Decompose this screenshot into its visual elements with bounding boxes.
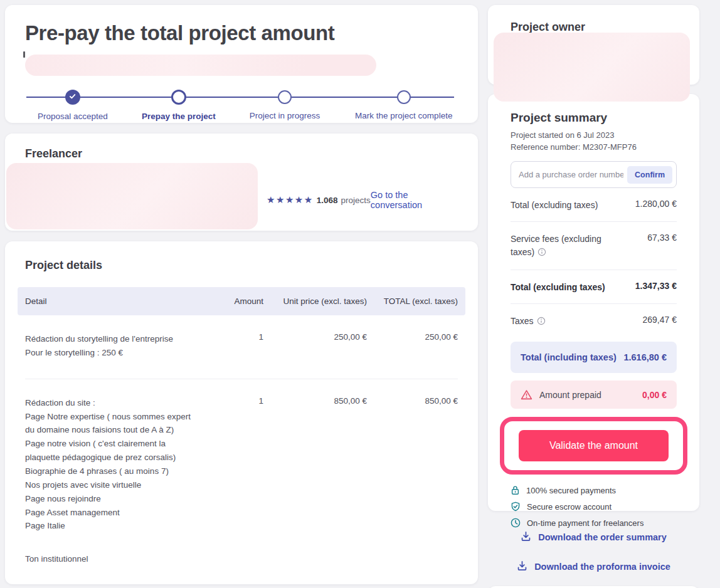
step-project-in-progress: Project in progress (225, 90, 344, 120)
redacted-owner-identity (494, 33, 690, 102)
sidebar-column: Project owner Project summary Project st… (488, 5, 699, 588)
project-summary-card: Project summary Project started on 6 Jul… (488, 94, 699, 511)
details-table-header: Detail Amount Unit price (excl. taxes) T… (18, 287, 465, 315)
purchase-order-box: Confirm (511, 161, 677, 188)
check-icon (68, 92, 77, 103)
row-detail: Rédaction du site :Page Notre expertise … (25, 396, 213, 566)
step-done-dot (65, 90, 80, 105)
step-label: Mark the project complete (344, 111, 463, 120)
summary-label: Total (excluding taxes) (511, 199, 598, 211)
highlight-annotation: Validate the amount (500, 417, 687, 475)
step-label: Project in progress (225, 111, 344, 120)
confirm-button[interactable]: Confirm (627, 166, 672, 184)
go-to-conversation-link[interactable]: Go to the conversation (371, 190, 459, 210)
step-current-dot (171, 90, 186, 105)
assurance-label: Secure escrow account (527, 502, 611, 512)
step-todo-dot (397, 90, 411, 104)
project-details-title: Project details (25, 259, 458, 272)
assurance-list: 100% secured payments Secure escrow acco… (511, 485, 677, 528)
prepaid-label: Amount prepaid (539, 390, 601, 400)
step-prepay-project: Prepay the project (119, 90, 238, 121)
download-icon (521, 531, 531, 543)
progress-stepper: Proposal accepted Prepay the project Pro… (25, 90, 458, 126)
summary-line-taxes: Taxes 269,47 € (511, 304, 677, 339)
amount-prepaid-box: Amount prepaid 0,00 € (511, 381, 677, 409)
download-icon (517, 560, 527, 573)
redacted-freelancer-identity (6, 163, 258, 229)
projects-count: 1.068 (317, 196, 338, 205)
summary-value: 1.280,00 € (635, 199, 677, 211)
lock-icon (511, 485, 520, 495)
project-owner-title: Project owner (511, 21, 677, 34)
step-proposal-accepted: Proposal accepted (13, 90, 132, 121)
assurance-label: 100% secured payments (526, 486, 616, 495)
step-label: Proposal accepted (13, 112, 132, 121)
reference-number: Reference number: M2307-MFP76 (511, 142, 677, 152)
page-title: Pre-pay the total project amount (25, 21, 458, 45)
download-link-label: Download the order summary (538, 532, 667, 542)
col-header-total: TOTAL (excl. taxes) (367, 297, 458, 306)
total-including-taxes-box: Total (including taxes) 1.616,80 € (511, 342, 677, 373)
info-icon[interactable] (537, 247, 546, 260)
prepaid-value: 0,00 € (642, 390, 667, 400)
assurance-item: 100% secured payments (511, 485, 677, 495)
summary-value: 269,47 € (643, 315, 677, 328)
star-rating-icon: ★★★★★ (267, 194, 314, 206)
freelancer-section-title: Freelancer (25, 147, 458, 160)
prepay-project-page: Pre-pay the total project amount Proposa… (0, 0, 720, 588)
step-todo-dot (278, 90, 292, 104)
project-start-date: Project started on 6 Jul 2023 (511, 130, 677, 140)
row-detail: Rédaction du storytelling de l'entrepris… (25, 332, 213, 360)
row-unit-price: 850,00 € (263, 396, 367, 566)
summary-value: 67,33 € (647, 233, 677, 260)
assurance-item: Secure escrow account (511, 501, 677, 512)
row-amount: 1 (213, 332, 263, 360)
assurance-item: On-time payment for freelancers (511, 518, 677, 528)
row-unit-price: 250,00 € (263, 332, 367, 360)
redacted-project-name (25, 55, 376, 76)
table-row: Rédaction du storytelling de l'entrepris… (25, 315, 458, 379)
freelancer-rating: ★★★★★ 1.068 projects (267, 194, 371, 206)
col-header-detail: Detail (25, 297, 213, 306)
row-total: 250,00 € (367, 332, 458, 360)
col-header-unit-price: Unit price (excl. taxes) (263, 297, 367, 306)
summary-label: Service fees (excluding taxes) (511, 234, 601, 256)
validate-amount-button[interactable]: Validate the amount (519, 430, 669, 461)
main-column: Pre-pay the total project amount Proposa… (5, 5, 478, 588)
summary-label: Taxes (511, 316, 534, 326)
step-mark-complete: Mark the project complete (344, 90, 463, 120)
freelancer-meta: ★★★★★ 1.068 projects Go to the conversat… (267, 190, 459, 210)
row-amount: 1 (213, 396, 263, 566)
project-summary-title: Project summary (511, 111, 677, 125)
summary-line-total-excl: Total (excluding taxes) 1.280,00 € (511, 188, 677, 222)
summary-line-service-fees: Service fees (excluding taxes) 67,33 € (511, 222, 677, 270)
projects-label: projects (341, 196, 371, 205)
purchase-order-input[interactable] (519, 170, 623, 179)
total-incl-label: Total (including taxes) (521, 352, 617, 362)
total-incl-value: 1.616,80 € (623, 352, 667, 362)
project-details-card: Project details Detail Amount Unit price… (5, 241, 478, 584)
clock-icon (511, 518, 521, 528)
header-card: Pre-pay the total project amount Proposa… (5, 5, 478, 123)
summary-label: Total (excluding taxes) (511, 281, 605, 293)
step-label: Prepay the project (119, 112, 238, 121)
summary-line-total-excl-bold: Total (excluding taxes) 1.347,33 € (511, 270, 677, 304)
warning-icon (521, 389, 532, 400)
col-header-amount: Amount (213, 297, 263, 306)
download-order-summary-link[interactable]: Download the order summary (521, 531, 667, 543)
freelancer-card: Freelancer ★★★★★ 1.068 projects Go to th… (5, 134, 478, 231)
table-row: Rédaction du site :Page Notre expertise … (25, 379, 458, 584)
download-link-label: Download the proforma invoice (534, 562, 670, 572)
row-total: 850,00 € (367, 396, 458, 566)
download-proforma-invoice-link[interactable]: Download the proforma invoice (517, 560, 670, 573)
assurance-label: On-time payment for freelancers (527, 518, 643, 528)
shield-check-icon (511, 501, 521, 512)
summary-value: 1.347,33 € (635, 281, 677, 293)
info-icon[interactable] (537, 316, 546, 328)
